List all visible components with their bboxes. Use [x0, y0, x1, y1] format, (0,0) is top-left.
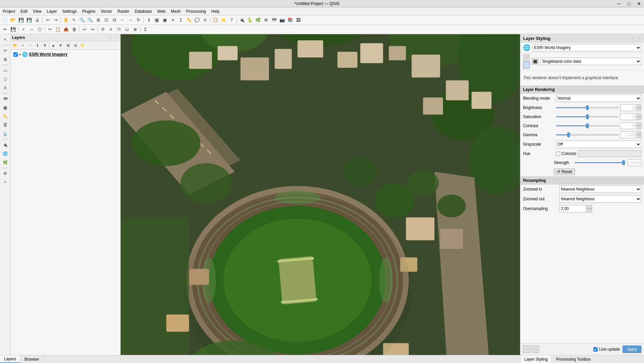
attribute-table-button[interactable]: ≡ — [169, 16, 177, 24]
menu-project[interactable]: Project — [0, 7, 18, 15]
zoom-full-button[interactable]: ⊞ — [94, 16, 102, 24]
zoom-last-button[interactable]: ← — [119, 16, 126, 24]
refresh-button[interactable]: ↻ — [135, 16, 142, 24]
extra-tools-button[interactable]: + — [1, 178, 9, 186]
maximize-button[interactable]: □ — [624, 0, 634, 7]
menu-edit[interactable]: Edit — [18, 7, 30, 15]
map-canvas[interactable] — [121, 34, 520, 355]
map-tips-button[interactable]: 💬 — [193, 16, 201, 24]
apply-button[interactable]: Apply — [623, 346, 641, 353]
add-layer-button[interactable]: + — [19, 42, 26, 49]
zoom-next-button[interactable]: → — [127, 16, 134, 24]
menu-raster[interactable]: Raster — [115, 7, 132, 15]
spatial-bookmarks-button[interactable]: ⭐ — [220, 16, 227, 24]
live-update-label[interactable]: Live update — [593, 347, 620, 352]
measure-tool-button[interactable]: 📏 — [1, 112, 9, 120]
menu-vector[interactable]: Vector — [98, 7, 115, 15]
processing-button[interactable]: ⚙ — [262, 16, 270, 24]
tab-layer-styling[interactable]: Layer Styling — [520, 355, 552, 363]
open-project-button[interactable]: 📂 — [9, 16, 17, 24]
digitize-button[interactable]: ✏ — [1, 47, 9, 55]
zoomed-in-dropdown[interactable]: Nearest Neighbour — [559, 186, 641, 193]
pan-map-arrow-button[interactable]: ↖ — [70, 16, 78, 24]
field-calculator-button[interactable]: Σ — [142, 26, 149, 33]
processing-tools-button[interactable]: ⚙ — [1, 169, 9, 177]
layers-panel-controls[interactable]: ⊞ ✕ — [108, 35, 119, 40]
move-layer-up-button[interactable]: ▲ — [50, 42, 57, 49]
zoom-layer-button[interactable]: ⊟ — [111, 16, 118, 24]
show-tips-button[interactable]: ? — [228, 16, 235, 24]
menu-plugins[interactable]: Plugins — [79, 7, 98, 15]
paste-features-button[interactable]: 📥 — [62, 26, 70, 33]
select-tool-button[interactable]: ▦ — [1, 104, 9, 112]
layer-styling-controls[interactable]: ⊞ ✕ — [630, 36, 641, 41]
map-area[interactable] — [121, 34, 520, 355]
reset-button[interactable]: ↺ Reset — [554, 168, 575, 175]
remove-layer-button[interactable]: − — [27, 42, 34, 49]
layer-item-esri[interactable]: ▾ 🌐 ESRI World Imagery — [12, 51, 119, 58]
rotate-button[interactable]: ⟳ — [99, 26, 107, 33]
layers-close-button[interactable]: ✕ — [114, 35, 119, 40]
shape-digitize-button[interactable]: ▭ — [1, 66, 9, 74]
layouts-button[interactable]: 🗺 — [270, 16, 278, 24]
offset-button[interactable]: ≡ — [107, 26, 115, 33]
layer-selector-dropdown[interactable]: ESRI World Imagery — [532, 44, 641, 51]
annotation-tool-button[interactable]: A — [1, 84, 9, 92]
collapse-all-button[interactable]: ⊞ — [65, 42, 71, 49]
mesh-edit-button[interactable]: ⬡ — [1, 75, 9, 83]
grayscale-dropdown[interactable]: Off — [556, 141, 641, 148]
add-group-button[interactable]: 📁 — [79, 42, 86, 49]
web-tool-button[interactable]: 🌐 — [1, 150, 9, 158]
renderer-icon-2[interactable]: ■ — [523, 62, 530, 68]
hue-swatch[interactable] — [578, 150, 641, 157]
colorize-checkbox[interactable] — [556, 152, 560, 156]
temp-scratch-button[interactable]: 📋 — [212, 16, 219, 24]
colorize-label[interactable]: Colorize — [556, 151, 576, 156]
layers-float-button[interactable]: ⊞ — [108, 35, 113, 40]
georef-button[interactable]: 📷 — [278, 16, 286, 24]
open-layer-properties-button[interactable]: ℹ — [34, 42, 41, 49]
zoom-in-button[interactable]: 🔍 — [78, 16, 86, 24]
menu-mesh[interactable]: Mesh — [168, 7, 183, 15]
brightness-thumb[interactable] — [586, 105, 589, 110]
print-button[interactable]: 🖨 — [34, 16, 41, 24]
merge-button[interactable]: ⊕ — [131, 26, 139, 33]
live-update-checkbox[interactable] — [593, 347, 598, 352]
add-feature-button[interactable]: + — [20, 26, 27, 33]
node-tool-button[interactable]: ⬡ — [36, 26, 43, 33]
menu-processing[interactable]: Processing — [183, 7, 208, 15]
cut-features-button[interactable]: ✂ — [46, 26, 54, 33]
saturation-slider[interactable] — [556, 114, 619, 119]
zoomed-out-dropdown[interactable]: Nearest Neighbour — [559, 195, 641, 203]
oversampling-up-button[interactable]: ▲ — [587, 205, 592, 209]
menu-view[interactable]: View — [30, 7, 44, 15]
pan-map-button[interactable]: ✋ — [62, 16, 70, 24]
map-nav-button[interactable]: ↖ — [1, 36, 9, 44]
zoom-selection-button[interactable]: ⊡ — [103, 16, 110, 24]
tab-browser[interactable]: Browser — [20, 355, 44, 363]
redo-edit-button[interactable]: ↪ — [89, 26, 96, 33]
split-button[interactable]: ⊔ — [123, 26, 131, 33]
atlas-button[interactable]: 📚 — [286, 16, 294, 24]
reshape-button[interactable]: ⊓ — [115, 26, 123, 33]
menu-database[interactable]: Database — [132, 7, 154, 15]
annotation-button[interactable]: A — [201, 16, 209, 24]
copy-features-button[interactable]: 📋 — [54, 26, 62, 33]
save-project-button[interactable]: 💾 — [17, 16, 25, 24]
grass-button[interactable]: 🌿 — [254, 16, 262, 24]
styling-close-button[interactable]: ✕ — [636, 36, 641, 41]
oversampling-input[interactable] — [559, 205, 586, 212]
brightness-slider[interactable] — [556, 105, 619, 110]
grass-tool-button[interactable]: 🌿 — [1, 158, 9, 166]
identify-button[interactable]: ℹ — [145, 16, 152, 24]
renderer-dropdown[interactable]: Singleband color data — [540, 58, 641, 65]
undo-styling-button[interactable]: ↩ — [523, 346, 530, 353]
expand-all-button[interactable]: ⊟ — [72, 42, 79, 49]
oversampling-down-button[interactable]: ▼ — [587, 209, 592, 212]
edit-mode-button[interactable]: ✏ — [1, 26, 9, 33]
styling-float-button[interactable]: ⊞ — [630, 36, 635, 41]
plugins-button[interactable]: 🔌 — [238, 16, 246, 24]
contrast-slider[interactable] — [556, 123, 619, 128]
tab-layers[interactable]: Layers — [0, 355, 20, 363]
menu-settings[interactable]: Settings — [60, 7, 79, 15]
